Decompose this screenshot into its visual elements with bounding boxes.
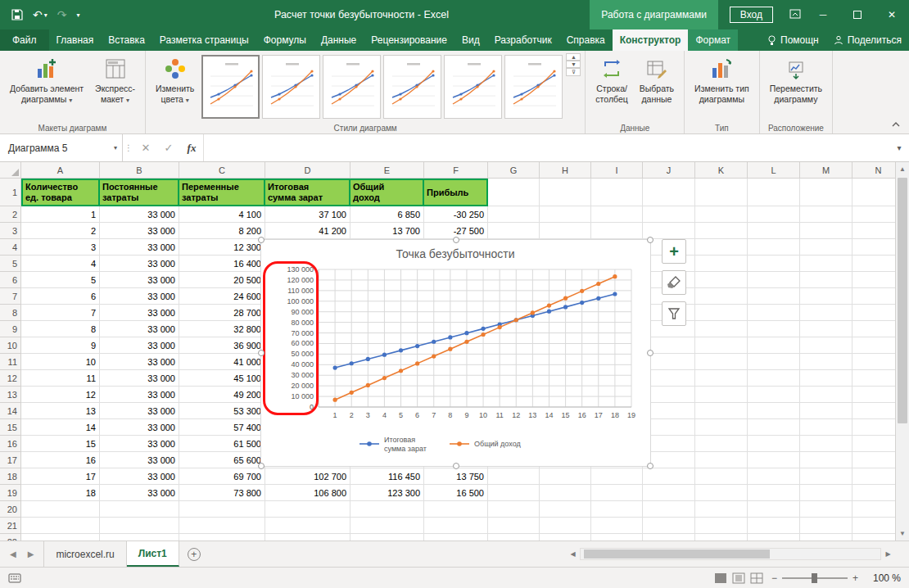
- cell-A14[interactable]: 13: [21, 403, 100, 419]
- cell-D21[interactable]: [265, 518, 350, 534]
- cell-C15[interactable]: 57 400: [179, 419, 265, 436]
- cell-A6[interactable]: 5: [21, 272, 100, 288]
- cell-K22[interactable]: [695, 534, 748, 541]
- cell-A1[interactable]: Количество ед. товара: [21, 179, 100, 206]
- cell-H2[interactable]: [540, 206, 591, 223]
- cell-B9[interactable]: 33 000: [100, 321, 179, 337]
- cell-C8[interactable]: 28 700: [179, 305, 265, 321]
- scroll-left-icon[interactable]: ◀: [566, 550, 580, 558]
- cell-L17[interactable]: [748, 452, 800, 468]
- cell-F2[interactable]: -30 250: [424, 206, 488, 223]
- row-header-2[interactable]: 2: [0, 206, 21, 223]
- cell-M22[interactable]: [800, 534, 852, 541]
- cell-I22[interactable]: [591, 534, 643, 541]
- cell-M15[interactable]: [800, 419, 852, 436]
- row-header-3[interactable]: 3: [0, 223, 21, 239]
- cell-L5[interactable]: [748, 256, 800, 272]
- cell-M5[interactable]: [800, 256, 852, 272]
- scroll-up-icon[interactable]: ▲: [896, 162, 909, 176]
- cell-H20[interactable]: [540, 501, 591, 518]
- zoom-slider[interactable]: − +: [771, 572, 858, 584]
- formula-bar-resize-handle[interactable]: ⋮: [123, 134, 134, 161]
- cell-K15[interactable]: [695, 419, 748, 436]
- cell-B5[interactable]: 33 000: [100, 256, 179, 272]
- cell-A10[interactable]: 9: [21, 337, 100, 354]
- row-header-22[interactable]: 22: [0, 534, 21, 541]
- cell-I1[interactable]: [591, 179, 643, 206]
- tab-formulas[interactable]: Формулы: [256, 29, 314, 51]
- cell-D22[interactable]: [265, 534, 350, 541]
- row-header-16[interactable]: 16: [0, 436, 21, 452]
- cell-A15[interactable]: 14: [21, 419, 100, 436]
- cell-L20[interactable]: [748, 501, 800, 518]
- cell-C22[interactable]: [179, 534, 265, 541]
- chart-selection-handle[interactable]: [647, 463, 653, 469]
- chart-style-option-4[interactable]: [383, 55, 441, 119]
- tab-developer[interactable]: Разработчик: [487, 29, 559, 51]
- scroll-down-icon[interactable]: ▼: [896, 527, 909, 541]
- cell-L19[interactable]: [748, 485, 800, 501]
- cell-H19[interactable]: [540, 485, 591, 501]
- sheet-tab-list1[interactable]: Лист1: [127, 541, 179, 567]
- cell-A11[interactable]: 10: [21, 354, 100, 370]
- cell-L16[interactable]: [748, 436, 800, 452]
- col-header-I[interactable]: I: [591, 162, 643, 179]
- cell-A3[interactable]: 2: [21, 223, 100, 239]
- cell-I19[interactable]: [591, 485, 643, 501]
- cell-K21[interactable]: [695, 518, 748, 534]
- cell-L7[interactable]: [748, 288, 800, 305]
- row-header-19[interactable]: 19: [0, 485, 21, 501]
- cell-D18[interactable]: 102 700: [265, 468, 350, 485]
- chart-elements-button[interactable]: +: [662, 239, 686, 264]
- cell-K3[interactable]: [695, 223, 748, 239]
- cell-M7[interactable]: [800, 288, 852, 305]
- zoom-out-icon[interactable]: −: [771, 572, 777, 584]
- col-header-K[interactable]: K: [695, 162, 748, 179]
- cell-L2[interactable]: [748, 206, 800, 223]
- cell-L1[interactable]: [748, 179, 800, 206]
- gallery-scroll-down-icon[interactable]: ▼: [566, 61, 581, 68]
- cell-H21[interactable]: [540, 518, 591, 534]
- cell-B3[interactable]: 33 000: [100, 223, 179, 239]
- cell-I21[interactable]: [591, 518, 643, 534]
- move-chart-button[interactable]: Переместить диаграмму: [764, 53, 828, 122]
- chart-selection-handle[interactable]: [258, 463, 265, 469]
- cell-E2[interactable]: 6 850: [350, 206, 424, 223]
- cell-J19[interactable]: [643, 485, 695, 501]
- cell-M11[interactable]: [800, 354, 852, 370]
- page-layout-view-icon[interactable]: [732, 572, 745, 584]
- cell-K18[interactable]: [695, 468, 748, 485]
- cell-D20[interactable]: [265, 501, 350, 518]
- cell-A20[interactable]: [21, 501, 100, 518]
- cell-L12[interactable]: [748, 370, 800, 387]
- tab-design[interactable]: Конструктор: [613, 29, 689, 51]
- cell-K5[interactable]: [695, 256, 748, 272]
- cell-I2[interactable]: [591, 206, 643, 223]
- cell-G2[interactable]: [488, 206, 540, 223]
- cell-C17[interactable]: 65 600: [179, 452, 265, 468]
- cell-B13[interactable]: 33 000: [100, 387, 179, 403]
- zoom-in-icon[interactable]: +: [852, 572, 858, 584]
- cell-C9[interactable]: 32 800: [179, 321, 265, 337]
- cell-H3[interactable]: [540, 223, 591, 239]
- cell-L3[interactable]: [748, 223, 800, 239]
- cell-K7[interactable]: [695, 288, 748, 305]
- cell-C2[interactable]: 4 100: [179, 206, 265, 223]
- cell-C7[interactable]: 24 600: [179, 288, 265, 305]
- cell-L11[interactable]: [748, 354, 800, 370]
- row-header-8[interactable]: 8: [0, 305, 21, 321]
- chart-style-option-6[interactable]: [504, 55, 563, 119]
- chart-selection-handle[interactable]: [258, 350, 265, 356]
- cell-A17[interactable]: 16: [21, 452, 100, 468]
- cell-F20[interactable]: [424, 501, 488, 518]
- col-header-B[interactable]: B: [100, 162, 179, 179]
- cell-G21[interactable]: [488, 518, 540, 534]
- cell-B21[interactable]: [100, 518, 179, 534]
- col-header-J[interactable]: J: [643, 162, 695, 179]
- cell-K17[interactable]: [695, 452, 748, 468]
- cell-A5[interactable]: 4: [21, 256, 100, 272]
- cell-J18[interactable]: [643, 468, 695, 485]
- switch-row-column-button[interactable]: Строка/ столбец: [590, 53, 633, 122]
- cell-B10[interactable]: 33 000: [100, 337, 179, 354]
- cell-H22[interactable]: [540, 534, 591, 541]
